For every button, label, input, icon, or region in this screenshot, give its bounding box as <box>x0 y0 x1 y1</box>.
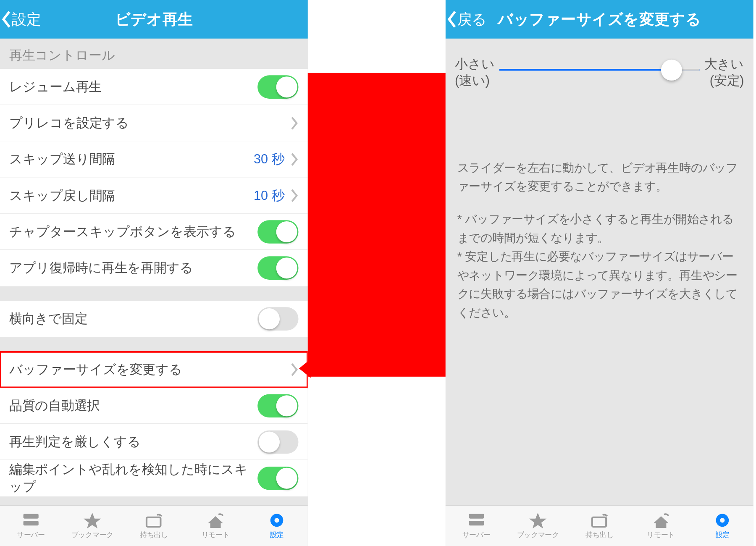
tab-settings[interactable]: 設定 <box>246 506 308 546</box>
row-label: 横向きで固定 <box>9 310 257 328</box>
tab-server[interactable]: サーバー <box>0 506 62 546</box>
toggle-edit-skip[interactable] <box>257 467 298 490</box>
svg-marker-11 <box>654 516 669 528</box>
toggle-auto-quality[interactable] <box>257 394 298 417</box>
row-label: 品質の自動選択 <box>9 397 257 415</box>
svg-rect-7 <box>469 514 484 519</box>
svg-rect-3 <box>146 517 160 527</box>
row-label: チャプタースキップボタンを表示する <box>9 223 257 240</box>
row-label: スキップ送り間隔 <box>9 150 254 168</box>
row-prereco[interactable]: プリレコを設定する <box>0 105 308 141</box>
tab-settings[interactable]: 設定 <box>692 506 753 546</box>
svg-marker-9 <box>529 513 547 529</box>
group-playback: レジューム再生 プリレコを設定する スキップ送り間隔 30 秒 スキップ戻し間隔… <box>0 69 308 286</box>
screen-buffer-size: 戻る バッファーサイズを変更する 小さい (速い) 大きい ( <box>446 0 753 546</box>
row-resume-app[interactable]: アプリ復帰時に再生を再開する <box>0 250 308 286</box>
tab-label: サーバー <box>17 530 45 540</box>
row-label: バッファーサイズを変更する <box>9 361 290 378</box>
tab-bookmark[interactable]: ブックマーク <box>507 506 569 546</box>
slider-area: 小さい (速い) 大きい (安定) <box>446 39 753 112</box>
row-value: 30 秒 <box>254 150 284 168</box>
toggle-resume-app[interactable] <box>257 256 298 280</box>
back-label: 戻る <box>457 10 487 29</box>
slider-min-label: 小さい (速い) <box>455 56 495 88</box>
gear-icon <box>267 512 287 529</box>
server-icon <box>466 512 486 529</box>
row-label: 再生判定を厳しくする <box>9 433 257 451</box>
toggle-strict[interactable] <box>257 430 298 454</box>
buffer-content: 小さい (速い) 大きい (安定) スライダーを左右に動かして、ビデオ再生時のバ… <box>446 39 753 505</box>
toggle-resume[interactable] <box>257 75 298 99</box>
toggle-chapter[interactable] <box>257 220 298 243</box>
screen-video-settings: 設定 ビデオ再生 再生コントロール レジューム再生 プリレコを設定する スキップ… <box>0 0 308 546</box>
row-skip-forward[interactable]: スキップ送り間隔 30 秒 <box>0 141 308 177</box>
server-icon <box>21 512 41 529</box>
page-title: バッファーサイズを変更する <box>446 9 753 30</box>
svg-point-6 <box>275 518 279 522</box>
tabbar: サーバー ブックマーク 持ち出し リモート 設定 <box>0 505 308 546</box>
row-label: プリレコを設定する <box>9 114 290 132</box>
tab-label: リモート <box>202 530 230 540</box>
back-button[interactable]: 設定 <box>0 10 45 29</box>
settings-content: 再生コントロール レジューム再生 プリレコを設定する スキップ送り間隔 30 秒… <box>0 39 308 505</box>
home-wifi-icon <box>205 512 225 529</box>
back-label: 設定 <box>12 10 41 29</box>
row-skip-back[interactable]: スキップ戻し間隔 10 秒 <box>0 178 308 214</box>
page-title: ビデオ再生 <box>0 9 308 30</box>
tab-bookmark[interactable]: ブックマーク <box>62 506 123 546</box>
chevron-right-icon <box>290 362 298 376</box>
slider-thumb[interactable] <box>661 60 682 81</box>
section-label-playback: 再生コントロール <box>0 39 308 69</box>
star-icon <box>528 512 548 529</box>
row-strict-play[interactable]: 再生判定を厳しくする <box>0 424 308 460</box>
header: 戻る バッファーサイズを変更する <box>446 0 753 39</box>
callout-highlight <box>308 73 451 377</box>
tab-label: ブックマーク <box>71 530 113 540</box>
tab-server[interactable]: サーバー <box>446 506 507 546</box>
row-label: 編集ポイントや乱れを検知した時にスキップ <box>9 461 257 496</box>
slider-max-label: 大きい (安定) <box>704 56 744 88</box>
tv-wifi-icon <box>590 512 609 529</box>
tab-remote[interactable]: リモート <box>630 506 692 546</box>
desc-line: * バッファーサイズを小さくすると再生が開始されるまでの時間が短くなります。 <box>457 213 734 244</box>
desc-line: * 安定した再生に必要なバッファーサイズはサーバーやネットワーク環境によって異な… <box>457 250 738 319</box>
desc-line: スライダーを左右に動かして、ビデオ再生時のバッファーサイズを変更することができま… <box>457 158 742 196</box>
row-landscape-lock[interactable]: 横向きで固定 <box>0 301 308 337</box>
row-edit-skip[interactable]: 編集ポイントや乱れを検知した時にスキップ <box>0 460 308 496</box>
tab-label: リモート <box>647 530 675 540</box>
tab-label: 持ち出し <box>585 530 614 540</box>
tab-label: 設定 <box>270 530 284 540</box>
svg-marker-4 <box>208 516 223 528</box>
tab-label: サーバー <box>462 530 491 540</box>
row-label: レジューム再生 <box>9 78 257 96</box>
chevron-left-icon <box>1 10 12 28</box>
home-wifi-icon <box>651 512 671 529</box>
tab-carryout[interactable]: 持ち出し <box>123 506 185 546</box>
chevron-left-icon <box>447 10 457 28</box>
svg-marker-2 <box>84 513 101 529</box>
toggle-landscape[interactable] <box>257 307 298 331</box>
row-auto-quality[interactable]: 品質の自動選択 <box>0 388 308 424</box>
back-button[interactable]: 戻る <box>446 10 491 29</box>
buffer-slider[interactable] <box>499 56 700 85</box>
tab-remote[interactable]: リモート <box>185 506 247 546</box>
star-icon <box>82 512 102 529</box>
group-buffer: バッファーサイズを変更する 品質の自動選択 再生判定を厳しくする 編集ポイントや… <box>0 352 308 496</box>
group-orientation: 横向きで固定 <box>0 301 308 337</box>
row-label: スキップ戻し間隔 <box>9 186 254 204</box>
description: スライダーを左右に動かして、ビデオ再生時のバッファーサイズを変更することができま… <box>446 112 753 322</box>
tab-label: ブックマーク <box>517 530 559 540</box>
tab-label: 持ち出し <box>140 530 168 540</box>
tab-carryout[interactable]: 持ち出し <box>569 506 630 546</box>
svg-rect-10 <box>592 517 606 527</box>
row-resume[interactable]: レジューム再生 <box>0 69 308 105</box>
row-buffer-size[interactable]: バッファーサイズを変更する <box>0 352 308 388</box>
svg-rect-1 <box>23 521 38 525</box>
chevron-right-icon <box>290 188 298 202</box>
tv-wifi-icon <box>144 512 164 529</box>
svg-point-13 <box>720 518 725 522</box>
tabbar: サーバー ブックマーク 持ち出し リモート 設定 <box>446 505 753 546</box>
chevron-right-icon <box>290 152 298 166</box>
row-chapter-skip[interactable]: チャプタースキップボタンを表示する <box>0 214 308 250</box>
header: 設定 ビデオ再生 <box>0 0 308 39</box>
